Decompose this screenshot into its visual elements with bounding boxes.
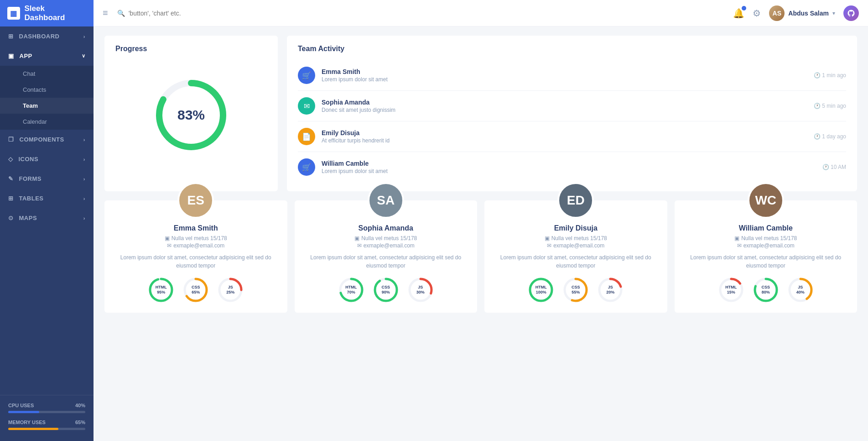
task-icon: ▣ [734, 235, 739, 242]
team-meta-email: ✉ exmaple@email.com [684, 242, 848, 249]
menu-icon[interactable]: ≡ [103, 8, 108, 18]
sidebar-item-tables[interactable]: ⊞ TABLES › [0, 189, 94, 208]
skill-name: CSS [572, 285, 580, 290]
team-avatar: SA [368, 182, 404, 219]
main-content: ≡ 🔍 🔔 ⚙ AS Abdus Salam ▾ [94, 0, 868, 441]
skill-label: HTML 15% [725, 285, 737, 295]
chevron-down-icon: ∨ [82, 53, 86, 59]
sidebar-item-forms[interactable]: ✎ FORMS › [0, 169, 94, 189]
progress-label: 83% [177, 107, 205, 123]
sidebar-app-submenu: Chat Contacts Team Calendar [0, 66, 94, 130]
skill-name: HTML [345, 285, 357, 290]
activity-time: 🕐 10 AM [822, 164, 846, 170]
skill-donut: HTML 70% [338, 276, 365, 304]
team-avatar: WC [748, 182, 784, 219]
sidebar-item-dashboard[interactable]: ⊞ DASHBOARD › [0, 26, 94, 46]
chevron-icon: › [83, 137, 85, 142]
activity-item: ✉ Sophia Amanda Donec sit amet justo dig… [298, 91, 846, 121]
notification-badge [742, 6, 746, 10]
team-meta-task: ▣ Nulla vel metus 15/178 [304, 235, 468, 242]
team-skills: HTML 70% CSS 90% JS 30% [304, 276, 468, 304]
skill-label: CSS 80% [761, 285, 770, 295]
skill-value: 25% [226, 290, 234, 295]
team-desc: Lorem ipsum dolor sit amet, consectetur … [304, 253, 468, 270]
sidebar-item-label: COMPONENTS [20, 136, 64, 143]
team-meta-email: ✉ exmaple@email.com [114, 242, 278, 249]
activity-info: Emily Disuja At efficitur turpis hendrer… [322, 129, 807, 144]
user-menu[interactable]: AS Abdus Salam ▾ [769, 5, 835, 21]
sidebar-item-icons[interactable]: ◇ ICONS › [0, 149, 94, 169]
team-card: ED Emily Disuja ▣ Nulla vel metus 15/178… [484, 200, 667, 313]
task-icon: ▣ [545, 235, 550, 242]
skill-name: JS [416, 285, 425, 290]
team-name: William Camble [684, 224, 848, 232]
skill-label: HTML 70% [345, 285, 357, 295]
cpu-value: 40% [75, 403, 85, 408]
page-content: Progress 83% Team Activity 🛒 Emma Smi [94, 26, 868, 441]
memory-label: MEMORY USES [8, 420, 46, 425]
skill-label: JS 30% [416, 285, 425, 295]
memory-bar [8, 428, 85, 430]
skill-donut: CSS 55% [562, 276, 589, 304]
skill-name: CSS [192, 285, 200, 290]
email-icon: ✉ [167, 242, 172, 249]
search-icon: 🔍 [117, 10, 125, 17]
search-area: 🔍 [117, 10, 726, 17]
team-desc: Lorem ipsum dolor sit amet, consectetur … [114, 253, 278, 270]
team-avatar-wrapper: SA [304, 182, 468, 219]
skill-name: CSS [381, 285, 390, 290]
app-icon: ▣ [8, 52, 14, 59]
activity-name: Sophia Amanda [322, 99, 807, 106]
skill-donut: CSS 80% [752, 276, 780, 304]
skill-label: JS 25% [226, 285, 234, 295]
skill-donut: HTML 100% [527, 276, 555, 304]
activity-title: Team Activity [298, 45, 846, 53]
progress-donut: 83% [150, 74, 232, 156]
activity-avatar: 🛒 [298, 67, 315, 84]
email-icon: ✉ [357, 242, 362, 249]
sidebar-item-app[interactable]: ▣ APP ∨ [0, 46, 94, 66]
activity-desc: At efficitur turpis hendrerit id [322, 137, 807, 144]
sidebar-sub-contacts[interactable]: Contacts [0, 82, 94, 98]
memory-fill [8, 428, 58, 430]
activity-avatar: ✉ [298, 97, 315, 115]
forms-icon: ✎ [8, 175, 14, 182]
sidebar-item-components[interactable]: ❒ COMPONENTS › [0, 130, 94, 149]
search-input[interactable] [129, 10, 265, 17]
progress-title: Progress [115, 45, 267, 53]
skill-label: CSS 65% [192, 285, 200, 295]
settings-button[interactable]: ⚙ [753, 8, 761, 19]
skill-name: JS [796, 285, 805, 290]
skill-value: 100% [535, 290, 547, 295]
sidebar-item-label: FORMS [19, 175, 42, 182]
team-meta-task: ▣ Nulla vel metus 15/178 [684, 235, 848, 242]
sidebar-sub-calendar[interactable]: Calendar [0, 114, 94, 130]
username: Abdus Salam [788, 10, 829, 17]
activity-name: Emily Disuja [322, 129, 807, 136]
sidebar-item-label: MAPS [19, 215, 37, 221]
skill-donut: HTML 15% [717, 276, 745, 304]
skill-value: 20% [606, 290, 614, 295]
skill-name: HTML [535, 285, 547, 290]
sidebar-sub-team[interactable]: Team [0, 98, 94, 114]
sidebar-logo: ▦ Sleek Dashboard [0, 0, 94, 26]
team-avatar-wrapper: ED [494, 182, 658, 219]
icons-icon: ◇ [8, 156, 13, 163]
skill-value: 65% [192, 290, 200, 295]
team-avatar: ED [557, 182, 594, 219]
logo-icon: ▦ [7, 7, 20, 20]
team-name: Emily Disuja [494, 224, 658, 232]
activity-time: 🕐 1 day ago [814, 133, 846, 140]
skill-donut: JS 20% [597, 276, 624, 304]
sidebar-item-label: ICONS [19, 156, 39, 163]
skill-donut: JS 30% [407, 276, 434, 304]
team-skills: HTML 95% CSS 65% JS 25% [114, 276, 278, 304]
avatar: AS [769, 5, 785, 21]
email-icon: ✉ [737, 242, 742, 249]
notifications-button[interactable]: 🔔 [733, 8, 744, 19]
skill-label: CSS 55% [572, 285, 580, 295]
sidebar-item-maps[interactable]: ⊙ MAPS › [0, 208, 94, 228]
skill-value: 80% [761, 290, 770, 295]
sidebar-sub-chat[interactable]: Chat [0, 66, 94, 82]
github-button[interactable] [843, 5, 859, 21]
